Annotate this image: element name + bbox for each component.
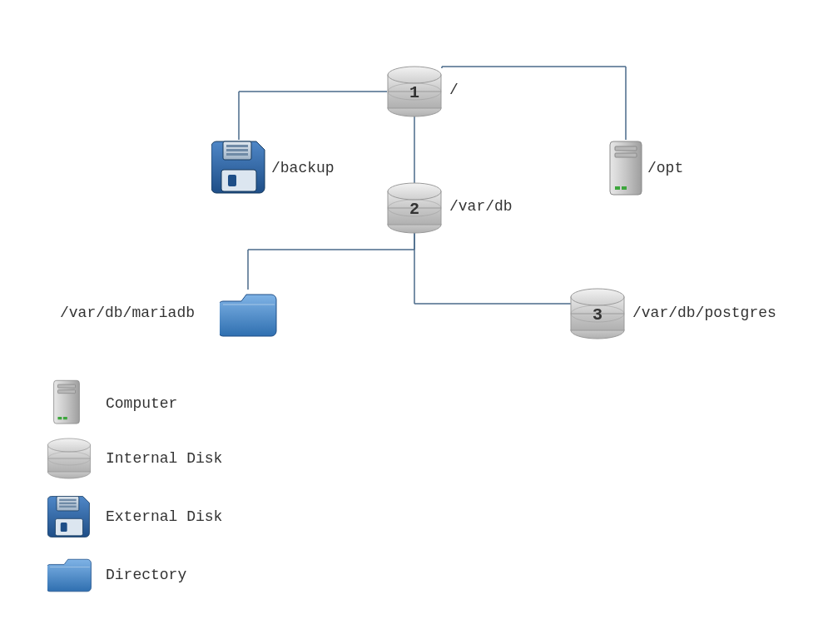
svg-point-30 xyxy=(388,183,441,200)
svg-rect-24 xyxy=(615,146,637,151)
svg-rect-21 xyxy=(221,170,256,191)
node-backup-floppy xyxy=(211,140,266,199)
svg-point-35 xyxy=(571,289,624,305)
computer-icon xyxy=(52,379,81,427)
svg-rect-50 xyxy=(59,503,76,504)
directory-icon xyxy=(47,555,92,593)
node-opt-computer xyxy=(608,140,643,202)
label-vardb: /var/db xyxy=(449,198,513,215)
node-vardb-disk: 2 xyxy=(385,181,444,239)
svg-rect-20 xyxy=(226,153,248,156)
label-root: / xyxy=(449,82,459,98)
svg-rect-19 xyxy=(226,149,248,151)
svg-rect-26 xyxy=(615,186,620,190)
svg-rect-42 xyxy=(63,417,67,419)
directory-icon xyxy=(220,290,278,338)
external-disk-icon xyxy=(211,140,266,195)
svg-rect-40 xyxy=(57,390,75,394)
internal-disk-icon xyxy=(46,437,92,480)
svg-rect-51 xyxy=(59,506,76,508)
computer-icon xyxy=(608,140,643,198)
svg-rect-52 xyxy=(55,518,82,535)
svg-point-45 xyxy=(47,438,90,452)
disk-number-3: 3 xyxy=(589,305,606,324)
svg-point-14 xyxy=(388,67,441,83)
node-mariadb-folder xyxy=(220,290,278,342)
svg-rect-53 xyxy=(61,523,67,532)
svg-rect-27 xyxy=(622,186,627,190)
disk-number-2: 2 xyxy=(406,200,423,219)
label-backup: /backup xyxy=(271,160,335,176)
legend-label-computer: Computer xyxy=(106,395,177,412)
label-mariadb: /var/db/mariadb xyxy=(60,305,195,321)
svg-rect-39 xyxy=(57,384,75,388)
external-disk-icon xyxy=(47,495,91,538)
label-postgres: /var/db/postgres xyxy=(632,305,776,321)
svg-rect-18 xyxy=(226,145,248,147)
svg-rect-25 xyxy=(615,153,637,157)
legend-label-external-disk: External Disk xyxy=(106,508,222,525)
label-opt: /opt xyxy=(647,160,683,176)
svg-rect-49 xyxy=(59,499,76,501)
legend-label-internal-disk: Internal Disk xyxy=(106,450,222,467)
disk-number-1: 1 xyxy=(406,83,423,102)
svg-rect-22 xyxy=(228,175,236,186)
node-root-disk: 1 xyxy=(385,65,444,122)
svg-rect-41 xyxy=(57,417,62,419)
node-postgres-disk: 3 xyxy=(568,287,627,344)
legend-label-directory: Directory xyxy=(106,567,186,583)
diagram-canvas: 1 / /backup xyxy=(0,0,833,644)
